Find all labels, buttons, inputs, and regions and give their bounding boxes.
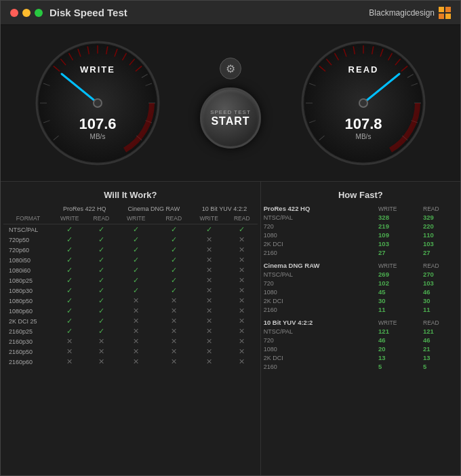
check-cell: ✓ xyxy=(226,224,258,235)
cross-icon: ✕ xyxy=(206,347,212,355)
cross-cell: ✕ xyxy=(226,255,258,265)
table-row: 2160p25✓✓✕✕✕✕ xyxy=(3,326,258,336)
hf-row-label: NTSC/PAL xyxy=(261,327,376,336)
check-cell: ✓ xyxy=(86,224,116,235)
read-col-label: READ xyxy=(420,204,460,213)
cross-cell: ✕ xyxy=(226,316,258,326)
check-icon: ✓ xyxy=(66,286,73,294)
cross-icon: ✕ xyxy=(239,266,245,274)
cross-icon: ✕ xyxy=(239,337,245,345)
format-sub-header: FORMAT xyxy=(3,214,53,224)
hf-write-value: 13 xyxy=(376,353,420,362)
check-cell: ✓ xyxy=(116,235,156,245)
hf-row: 2K DCI103103 xyxy=(261,239,460,248)
cross-cell: ✕ xyxy=(226,306,258,316)
brand-squares xyxy=(439,7,451,19)
hf-read-value: 5 xyxy=(420,362,460,371)
gauge-area: WRITE 107.6 MB/s ⚙ SPEED TEST START xyxy=(1,25,460,181)
minimize-button[interactable] xyxy=(22,9,31,17)
check-cell: ✓ xyxy=(86,285,116,296)
check-icon: ✓ xyxy=(66,317,73,325)
check-icon: ✓ xyxy=(98,225,104,233)
check-cell: ✓ xyxy=(156,255,191,265)
hf-row-label: 2K DCI xyxy=(261,239,376,248)
check-icon: ✓ xyxy=(98,245,104,254)
center-controls: ⚙ SPEED TEST START xyxy=(200,58,261,148)
table-row: 1080p60✓✓✕✕✕✕ xyxy=(3,306,258,316)
hf-read-value: 13 xyxy=(420,353,460,362)
check-icon: ✓ xyxy=(98,256,104,264)
cross-cell: ✕ xyxy=(191,245,226,255)
cross-cell: ✕ xyxy=(156,357,191,367)
close-button[interactable] xyxy=(10,9,18,17)
will-it-work-table: ProRes 422 HQ Cinema DNG RAW 10 Bit YUV … xyxy=(3,204,258,367)
format-col-header xyxy=(3,204,53,214)
cross-icon: ✕ xyxy=(239,357,245,365)
maximize-button[interactable] xyxy=(35,9,43,17)
group-header-dng: Cinema DNG RAW xyxy=(116,204,191,214)
check-icon: ✓ xyxy=(171,276,177,284)
hf-read-value: 329 xyxy=(420,213,460,222)
cross-icon: ✕ xyxy=(206,266,212,274)
cross-icon: ✕ xyxy=(206,245,212,254)
yuv-read-header: READ xyxy=(226,214,258,224)
hf-row-label: 2K DCI xyxy=(261,296,376,305)
hf-read-value: 121 xyxy=(420,327,460,336)
write-value-container: 107.6 MB/s xyxy=(33,115,162,140)
cross-icon: ✕ xyxy=(66,337,73,345)
hf-row: 720219220 xyxy=(261,222,460,231)
write-gauge: WRITE 107.6 MB/s xyxy=(33,39,162,167)
traffic-lights xyxy=(10,9,43,17)
settings-button[interactable]: ⚙ xyxy=(220,58,241,79)
check-cell: ✓ xyxy=(86,275,116,285)
check-cell: ✓ xyxy=(86,245,116,255)
hf-row: NTSC/PAL269270 xyxy=(261,270,460,279)
cross-icon: ✕ xyxy=(66,357,73,365)
check-icon: ✓ xyxy=(66,306,73,315)
check-cell: ✓ xyxy=(116,265,156,275)
cross-icon: ✕ xyxy=(239,317,245,325)
hf-read-value: 46 xyxy=(420,336,460,344)
write-col-label: WRITE xyxy=(376,261,420,270)
check-icon: ✓ xyxy=(98,266,104,274)
check-icon: ✓ xyxy=(133,276,139,284)
cross-cell: ✕ xyxy=(156,306,191,316)
check-icon: ✓ xyxy=(171,245,177,254)
check-icon: ✓ xyxy=(133,235,139,243)
check-icon: ✓ xyxy=(66,225,73,233)
cross-cell: ✕ xyxy=(53,357,86,367)
window-title: Disk Speed Test xyxy=(49,7,127,18)
hf-row-label: 2160 xyxy=(261,305,376,314)
check-cell: ✓ xyxy=(53,275,86,285)
hf-write-value: 102 xyxy=(376,279,420,287)
check-icon: ✓ xyxy=(98,306,104,315)
cross-icon: ✕ xyxy=(206,256,212,264)
cross-icon: ✕ xyxy=(206,317,212,325)
brand-sq-3 xyxy=(439,14,444,19)
table-row: 1080i50✓✓✓✓✕✕ xyxy=(3,255,258,265)
cross-icon: ✕ xyxy=(171,317,177,325)
hf-read-value: 30 xyxy=(420,296,460,305)
table-row: 2160p60✕✕✕✕✕✕ xyxy=(3,357,258,367)
cross-icon: ✕ xyxy=(171,347,177,355)
cross-icon: ✕ xyxy=(239,306,245,315)
start-button[interactable]: SPEED TEST START xyxy=(200,87,261,148)
hf-row: 1080109110 xyxy=(261,231,460,239)
check-cell: ✓ xyxy=(156,235,191,245)
hf-read-value: 46 xyxy=(420,287,460,296)
check-cell: ✓ xyxy=(86,255,116,265)
hf-row-label: NTSC/PAL xyxy=(261,213,376,222)
format-cell: 1080p60 xyxy=(3,306,53,316)
check-cell: ✓ xyxy=(156,224,191,235)
cross-cell: ✕ xyxy=(226,265,258,275)
hf-read-value: 27 xyxy=(420,248,460,257)
cross-cell: ✕ xyxy=(86,336,116,346)
table-row: 2160p50✕✕✕✕✕✕ xyxy=(3,346,258,357)
section-name-row: Cinema DNG RAWWRITEREAD xyxy=(261,261,460,270)
check-cell: ✓ xyxy=(53,326,86,336)
read-gauge: READ 107.8 MB/s xyxy=(299,39,428,167)
hf-write-value: 121 xyxy=(376,327,420,336)
hf-row-label: 720 xyxy=(261,336,376,344)
hf-write-value: 328 xyxy=(376,213,420,222)
prores-read-header: READ xyxy=(86,214,116,224)
